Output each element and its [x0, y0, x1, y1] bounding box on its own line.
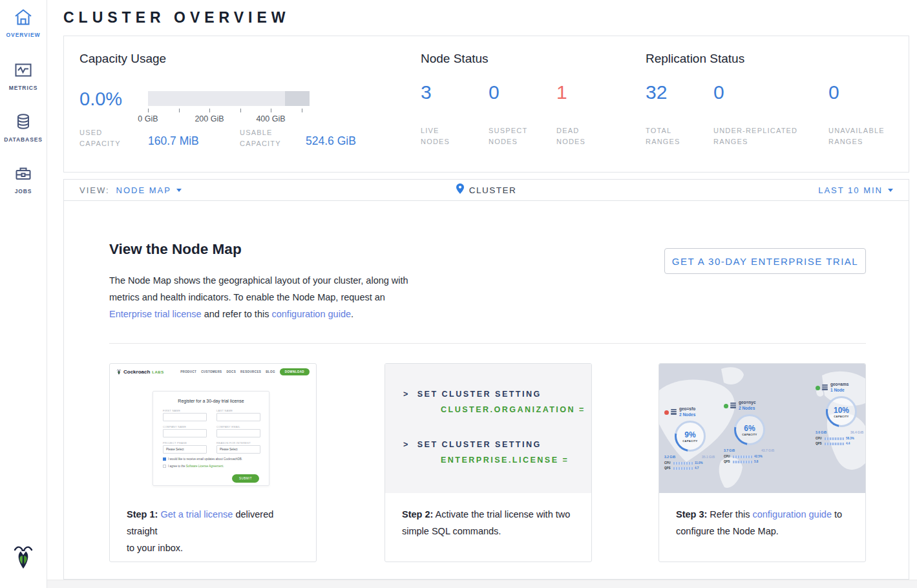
briefcase-icon	[0, 164, 47, 184]
gauge-tick	[271, 109, 271, 112]
suspect-nodes-count: 0	[489, 81, 500, 103]
time-range-dropdown[interactable]: LAST 10 MIN	[818, 180, 893, 200]
replication-status-title: Replication Status	[646, 52, 744, 66]
sidebar-item-label: DATABASES	[0, 136, 47, 143]
under-replicated-ranges-label: UNDER-REPLICATEDRANGES	[713, 125, 797, 147]
capacity-ring: 10% CAPACITY	[826, 396, 857, 427]
capacity-gauge-bar	[148, 91, 310, 106]
status-dot-live-icon	[724, 404, 728, 408]
registration-page-thumbnail: CockroachLABS PRODUCT CUSTOMERS DOCS RES…	[110, 364, 316, 493]
configuration-guide-link[interactable]: configuration guide	[752, 509, 832, 520]
gauge-tick-label: 200 GiB	[187, 114, 232, 123]
gauge-tick	[240, 109, 241, 112]
used-capacity-value: 160.7 MiB	[148, 134, 199, 148]
chevron-down-icon	[888, 189, 893, 192]
sidebar-item-label: JOBS	[0, 188, 47, 194]
gauge-tick-label: 400 GiB	[248, 114, 293, 123]
capacity-usage-title: Capacity Usage	[79, 52, 166, 66]
cluster-summary-panel: Capacity Usage 0.0% 0 GiB 200 GiB 400 Gi…	[63, 36, 909, 173]
mini-nav-link: DOCS	[226, 370, 236, 373]
used-capacity-label: USEDCAPACITY	[79, 127, 121, 149]
view-toolbar: VIEW: NODE MAP CLUSTER LAST 10 MIN	[63, 179, 909, 201]
status-dot-live-icon	[816, 386, 820, 390]
cockroachdb-logo	[0, 544, 47, 574]
gauge-tick	[148, 109, 149, 112]
capacity-percent: 0.0%	[79, 89, 122, 110]
gauge-tick	[209, 109, 210, 112]
capacity-ring: 9% CAPACITY	[675, 421, 706, 452]
breadcrumb-cluster: CLUSTER	[469, 185, 517, 195]
node-stack-icon	[822, 384, 828, 391]
gauge-tick	[302, 109, 302, 112]
sidebar-item-label: OVERVIEW	[0, 32, 47, 38]
sidebar: OVERVIEW METRICS DATABASES	[0, 0, 47, 588]
total-ranges-count: 32	[646, 81, 667, 103]
metrics-chart-icon	[0, 61, 47, 80]
dead-nodes-count: 1	[556, 81, 567, 103]
capacity-gauge-nonusable-segment	[285, 91, 310, 106]
page-title: CLUSTER OVERVIEW	[63, 9, 290, 26]
node-status-title: Node Status	[421, 52, 489, 66]
sidebar-item-overview[interactable]: OVERVIEW	[0, 8, 47, 38]
get-trial-license-link[interactable]: Get a trial license	[160, 509, 233, 520]
unavailable-ranges-count: 0	[828, 81, 839, 103]
page-bottom-strip	[47, 580, 917, 588]
total-ranges-label: TOTALRANGES	[646, 125, 680, 147]
live-nodes-count: 3	[421, 81, 432, 103]
sidebar-item-jobs[interactable]: JOBS	[0, 164, 47, 194]
step1-caption: Step 1: Get a trial license delivered st…	[110, 493, 316, 556]
mini-nav-link: BLOG	[266, 370, 275, 373]
mini-nav-link: PRODUCT	[180, 370, 196, 373]
step1-card: CockroachLABS PRODUCT CUSTOMERS DOCS RES…	[109, 363, 317, 562]
dead-nodes-label: DEADNODES	[556, 125, 585, 147]
suspect-nodes-label: SUSPECTNODES	[489, 125, 527, 147]
capacity-ring: 6% CAPACITY	[734, 414, 765, 445]
mini-nav-link: RESOURCES	[240, 370, 261, 373]
step3-caption: Step 3: Refer this configuration guide t…	[659, 493, 865, 540]
section-heading: View the Node Map	[109, 241, 242, 258]
mini-download-button: DOWNLOAD	[280, 368, 310, 375]
mini-nav-link: CUSTOMERS	[201, 370, 222, 373]
sql-commands-thumbnail: > SET CLUSTER SETTING CLUSTER.ORGANIZATI…	[385, 364, 591, 493]
unavailable-ranges-label: UNAVAILABLERANGES	[828, 125, 885, 147]
node-stack-icon	[730, 403, 736, 409]
section-divider	[109, 343, 866, 344]
gauge-tick-label: 0 GiB	[125, 114, 171, 123]
get-enterprise-trial-button[interactable]: GET A 30-DAY ENTERPRISE TRIAL	[664, 248, 866, 274]
node-map-section: View the Node Map The Node Map shows the…	[63, 200, 909, 580]
gauge-tick	[179, 109, 180, 112]
location-pin-icon	[456, 184, 464, 196]
enterprise-trial-license-link[interactable]: Enterprise trial license	[109, 309, 202, 319]
under-replicated-ranges-count: 0	[713, 81, 724, 103]
node-stack-icon	[671, 409, 677, 415]
status-dot-dead-icon	[664, 410, 669, 415]
configuration-guide-link[interactable]: configuration guide	[271, 309, 351, 319]
node-map-thumbnail: geo=sfo 2 Nodes 9% CAPACITY 3.2 GiB35.1 …	[659, 364, 865, 493]
live-nodes-label: LIVENODES	[421, 125, 450, 147]
sidebar-item-metrics[interactable]: METRICS	[0, 61, 47, 91]
usable-capacity-label: USABLECAPACITY	[240, 127, 281, 149]
usable-capacity-value: 524.6 GiB	[306, 134, 356, 148]
step3-card: geo=sfo 2 Nodes 9% CAPACITY 3.2 GiB35.1 …	[659, 363, 866, 562]
step2-card: > SET CLUSTER SETTING CLUSTER.ORGANIZATI…	[385, 363, 592, 562]
step2-caption: Step 2: Activate the trial license with …	[385, 493, 591, 540]
sidebar-item-label: METRICS	[0, 85, 47, 91]
home-icon	[0, 8, 47, 27]
mini-trial-form: Register for a 30-day trial license FIRS…	[153, 391, 269, 486]
database-icon	[0, 112, 47, 132]
sidebar-item-databases[interactable]: DATABASES	[0, 112, 47, 143]
mini-cockroach-logo: CockroachLABS	[116, 369, 164, 375]
section-description: The Node Map shows the geographical layo…	[109, 272, 408, 322]
